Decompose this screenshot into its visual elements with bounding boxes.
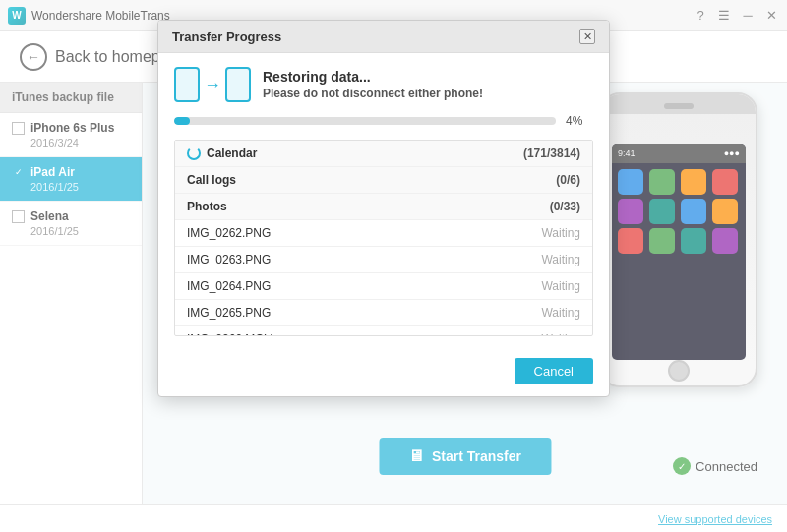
restoring-title: Restoring data... (263, 69, 483, 85)
progress-bar-track (174, 117, 556, 125)
progress-container: 4% (174, 114, 593, 128)
item-status-img0263: Waiting (541, 253, 580, 266)
item-name-calendar: Calendar (187, 147, 257, 160)
modal-title: Transfer Progress (172, 30, 281, 44)
item-status-img0266: Waiting (541, 332, 580, 336)
transfer-item-calllogs: Call logs (0/6) (175, 167, 592, 194)
item-name-img0264: IMG_0264.PNG (187, 279, 271, 293)
transfer-item-calendar: Calendar (171/3814) (175, 141, 592, 167)
modal-body: → Restoring data... Please do not discon… (158, 53, 609, 350)
transfer-phones-icon: → (174, 67, 251, 102)
dest-phone-box (225, 67, 251, 102)
item-name-calllogs: Call logs (187, 173, 236, 187)
item-name-img0265: IMG_0265.PNG (187, 306, 271, 320)
transfer-item-img0264: IMG_0264.PNG Waiting (175, 273, 592, 300)
progress-percent: 4% (566, 114, 593, 128)
modal-header: Transfer Progress ✕ (158, 21, 609, 53)
source-phone-box (174, 67, 200, 102)
item-name-img0266: IMG_0266.MOV (187, 332, 272, 336)
modal-close-button[interactable]: ✕ (579, 29, 595, 44)
modal-overlay: Transfer Progress ✕ → Restoring data... … (0, 0, 787, 532)
item-status-img0262: Waiting (541, 226, 580, 240)
modal-status-text: Restoring data... Please do not disconne… (263, 69, 483, 100)
item-name-img0262: IMG_0262.PNG (187, 226, 271, 240)
warning-text: Please do not disconnect either phone! (263, 87, 483, 100)
transfer-list: Calendar (171/3814) Call logs (0/6) Phot… (174, 140, 593, 336)
transfer-item-img0266: IMG_0266.MOV Waiting (175, 326, 592, 336)
item-name-photos: Photos (187, 200, 227, 213)
transfer-progress-modal: Transfer Progress ✕ → Restoring data... … (157, 20, 610, 397)
spinning-icon-calendar (187, 147, 201, 160)
modal-footer: Cancel (158, 350, 609, 396)
transfer-item-img0263: IMG_0263.PNG Waiting (175, 247, 592, 273)
transfer-item-photos: Photos (0/33) (175, 194, 592, 220)
item-status-img0265: Waiting (541, 306, 580, 320)
item-progress-calendar: (171/3814) (523, 147, 580, 160)
item-name-img0263: IMG_0263.PNG (187, 253, 271, 266)
cancel-button[interactable]: Cancel (515, 358, 593, 384)
item-progress-calllogs: (0/6) (556, 173, 580, 187)
transfer-item-img0262: IMG_0262.PNG Waiting (175, 220, 592, 247)
progress-bar-fill (174, 117, 190, 125)
modal-status-row: → Restoring data... Please do not discon… (174, 67, 593, 102)
transfer-arrow-icon: → (204, 75, 221, 95)
transfer-item-img0265: IMG_0265.PNG Waiting (175, 300, 592, 326)
item-progress-photos: (0/33) (550, 200, 580, 213)
item-status-img0264: Waiting (541, 279, 580, 293)
